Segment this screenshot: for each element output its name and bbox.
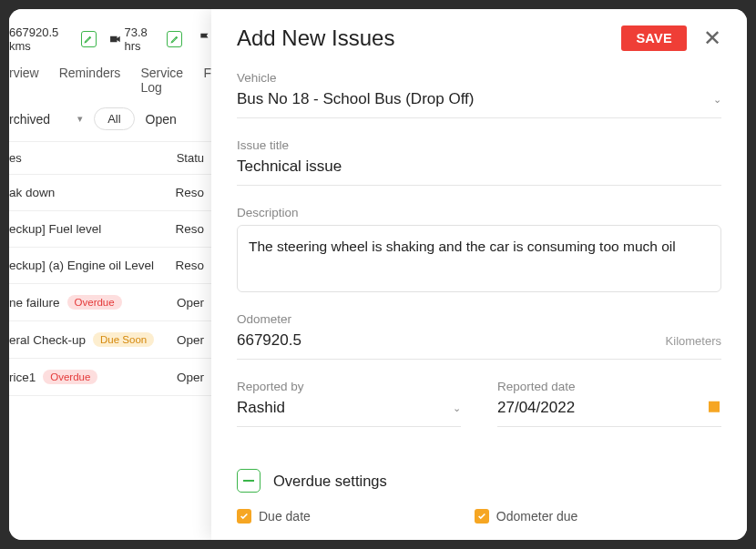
add-issue-modal: Add New Issues SAVE ✕ Vehicle Bus No 18 … xyxy=(211,9,747,540)
table-row[interactable]: rice1OverdueOper xyxy=(9,359,211,396)
row-status: Oper xyxy=(177,371,204,384)
vehicle-value: Bus No 18 - School Bus (Drop Off) xyxy=(237,90,474,108)
filter-open[interactable]: Open xyxy=(146,112,177,127)
issue-title-label: Issue title xyxy=(237,138,721,152)
row-title: ak down xyxy=(9,186,55,199)
checkbox-checked-icon xyxy=(237,509,251,524)
filter-row: rchived ▾ All Open xyxy=(9,107,211,141)
reported-date-field: Reported date 27/04/2022 xyxy=(497,380,721,427)
tab-reminders[interactable]: Reminders xyxy=(59,66,121,95)
odometer-due-checkbox[interactable]: Odometer due xyxy=(475,509,578,524)
status-badge: Overdue xyxy=(67,295,122,310)
reported-by-field: Reported by Rashid ⌄ xyxy=(237,380,461,427)
odometer-stat-value: 667920.5 kms xyxy=(9,25,77,53)
status-badge: Due Soon xyxy=(93,332,154,347)
row-status: Oper xyxy=(177,333,204,347)
issue-title-input[interactable]: Technical issue xyxy=(237,158,721,186)
description-field: Description The steering wheel is shakin… xyxy=(237,206,721,292)
odometer-stat: 667920.5 kms xyxy=(9,25,97,53)
row-title-text: ak down xyxy=(9,186,55,199)
modal-actions: SAVE ✕ xyxy=(621,25,721,51)
odometer-unit: Kilometers xyxy=(666,334,721,348)
minus-icon xyxy=(243,480,254,482)
odometer-label: Odometer xyxy=(237,312,721,326)
row-title: eckup] Fuel level xyxy=(9,222,101,236)
tab-overview[interactable]: rview xyxy=(9,66,39,95)
row-title: eral Check-upDue Soon xyxy=(9,332,154,347)
overdue-section-header: Overdue settings xyxy=(237,469,721,493)
chevron-down-icon: ⌄ xyxy=(713,94,721,106)
col-status: Statu xyxy=(177,151,204,165)
odometer-field: Odometer 667920.5 Kilometers xyxy=(237,312,721,360)
row-title-text: ne failure xyxy=(9,296,60,310)
row-status: Reso xyxy=(175,222,204,236)
issue-title-field: Issue title Technical issue xyxy=(237,138,721,186)
reported-row: Reported by Rashid ⌄ Reported date 27/04… xyxy=(237,380,721,447)
tab-service-log[interactable]: Service Log xyxy=(140,66,183,95)
save-button[interactable]: SAVE xyxy=(621,25,687,51)
due-date-checkbox[interactable]: Due date xyxy=(237,509,311,524)
issue-title-value: Technical issue xyxy=(237,158,342,176)
description-input[interactable]: The steering wheel is shaking and the ca… xyxy=(237,225,721,292)
app-window: 667920.5 kms 73.8 hrs rview xyxy=(9,9,747,540)
close-icon[interactable]: ✕ xyxy=(703,27,721,49)
reported-by-value: Rashid xyxy=(237,399,285,417)
chevron-down-icon: ▾ xyxy=(77,113,83,125)
due-date-label: Due date xyxy=(259,509,311,524)
status-badge: Overdue xyxy=(43,370,97,384)
reported-date-value: 27/04/2022 xyxy=(497,399,575,417)
table-row[interactable]: eckup] (a) Engine oil LevelReso xyxy=(9,248,211,284)
row-title-text: eral Check-up xyxy=(9,333,86,347)
odometer-due-label: Odometer due xyxy=(496,509,578,524)
reported-by-label: Reported by xyxy=(237,380,461,393)
table-row[interactable]: ak downReso xyxy=(9,175,211,211)
tab-more[interactable]: F xyxy=(203,66,211,95)
vehicle-label: Vehicle xyxy=(237,71,721,85)
chevron-down-icon: ⌄ xyxy=(453,402,461,414)
table-row[interactable]: eral Check-upDue SoonOper xyxy=(9,321,211,359)
calendar-icon[interactable] xyxy=(707,399,721,417)
row-title: rice1Overdue xyxy=(9,370,97,384)
table-row[interactable]: ne failureOverdueOper xyxy=(9,284,211,321)
reported-date-label: Reported date xyxy=(497,380,721,393)
row-title: eckup] (a) Engine oil Level xyxy=(9,259,154,272)
row-status: Oper xyxy=(177,296,204,310)
issue-list: ak downResoeckup] Fuel levelResoeckup] (… xyxy=(9,175,211,396)
vehicle-field: Vehicle Bus No 18 - School Bus (Drop Off… xyxy=(237,71,721,118)
row-status: Reso xyxy=(175,259,204,272)
modal-title: Add New Issues xyxy=(237,25,394,51)
collapse-button[interactable] xyxy=(237,469,261,493)
archived-filter-label: rchived xyxy=(9,112,50,127)
pencil-icon xyxy=(170,35,179,44)
list-header: es Statu xyxy=(9,141,211,175)
tab-bar: rview Reminders Service Log F xyxy=(9,64,211,107)
odometer-value: 667920.5 xyxy=(237,331,301,350)
overdue-checkboxes: Due date Odometer due xyxy=(237,509,721,524)
flag-icon[interactable] xyxy=(199,32,211,47)
row-title-text: rice1 xyxy=(9,371,36,384)
camera-icon xyxy=(109,34,121,45)
odometer-input[interactable]: 667920.5 Kilometers xyxy=(237,331,721,360)
reported-date-input[interactable]: 27/04/2022 xyxy=(497,399,721,427)
left-header: 667920.5 kms 73.8 hrs rview xyxy=(9,9,211,396)
table-row[interactable]: eckup] Fuel levelReso xyxy=(9,211,211,248)
hours-stat: 73.8 hrs xyxy=(109,25,182,53)
row-title-text: eckup] (a) Engine oil Level xyxy=(9,259,154,272)
filter-all[interactable]: All xyxy=(94,107,134,130)
modal-header: Add New Issues SAVE ✕ xyxy=(237,25,721,51)
checkbox-checked-icon xyxy=(475,509,489,524)
col-title: es xyxy=(9,151,22,165)
stat-row: 667920.5 kms 73.8 hrs xyxy=(9,18,211,64)
issue-list-pane: 667920.5 kms 73.8 hrs rview xyxy=(9,9,211,540)
reported-by-select[interactable]: Rashid ⌄ xyxy=(237,399,461,427)
archived-filter[interactable]: rchived ▾ xyxy=(9,112,83,127)
edit-odometer-button[interactable] xyxy=(81,31,97,47)
hours-stat-value: 73.8 hrs xyxy=(124,25,163,53)
description-label: Description xyxy=(237,206,721,219)
row-status: Reso xyxy=(175,186,204,199)
overdue-section-title: Overdue settings xyxy=(273,473,387,490)
edit-hours-button[interactable] xyxy=(167,31,182,47)
vehicle-select[interactable]: Bus No 18 - School Bus (Drop Off) ⌄ xyxy=(237,90,721,118)
pencil-icon xyxy=(84,35,93,44)
row-title: ne failureOverdue xyxy=(9,295,122,310)
